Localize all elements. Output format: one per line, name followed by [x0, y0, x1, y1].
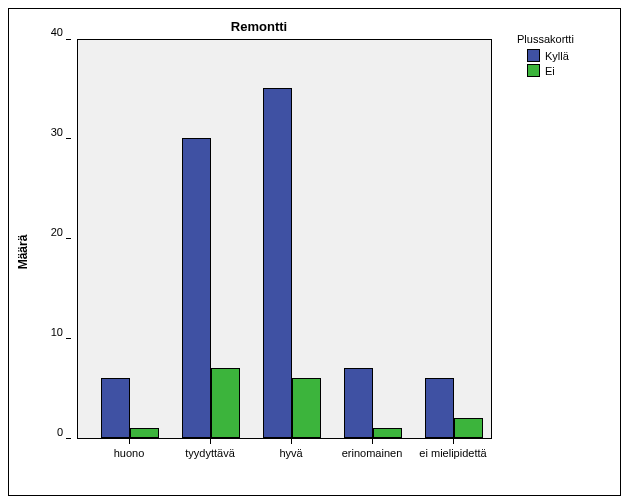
bars-layer [78, 40, 491, 438]
legend-title: Plussakortti [517, 33, 574, 45]
bar-kylla-tyydyttava [182, 138, 211, 438]
legend-swatch-icon [527, 49, 540, 62]
bar-ei-hyva [292, 378, 321, 438]
legend: Plussakortti Kyllä Ei [517, 33, 574, 79]
bar-ei-eimielipidetta [454, 418, 483, 438]
y-tick-label: 30 [51, 126, 63, 138]
y-tick-label: 40 [51, 26, 63, 38]
bar-kylla-erinomainen [344, 368, 373, 438]
x-tick-label: ei mielipidettä [419, 447, 486, 459]
y-axis: 0 10 20 30 40 [9, 39, 71, 439]
bar-ei-tyydyttava [211, 368, 240, 438]
chart-container: Remontti Määrä 0 10 20 30 40 [8, 8, 621, 496]
y-tick-label: 10 [51, 326, 63, 338]
x-tick-label: hyvä [279, 447, 302, 459]
bar-kylla-hyva [263, 88, 292, 438]
x-tick-label: huono [114, 447, 145, 459]
plot-area [77, 39, 492, 439]
chart-title: Remontti [9, 19, 509, 34]
x-axis: huono tyydyttävä hyvä erinomainen ei mie… [77, 439, 492, 479]
legend-item-kylla: Kyllä [527, 49, 574, 62]
x-tick-label: erinomainen [342, 447, 403, 459]
bar-kylla-eimielipidetta [425, 378, 454, 438]
y-tick-label: 0 [57, 426, 63, 438]
legend-label: Kyllä [545, 50, 569, 62]
y-tick-label: 20 [51, 226, 63, 238]
bar-ei-huono [130, 428, 159, 438]
bar-ei-erinomainen [373, 428, 402, 438]
legend-label: Ei [545, 65, 555, 77]
legend-item-ei: Ei [527, 64, 574, 77]
x-tick-label: tyydyttävä [185, 447, 235, 459]
legend-swatch-icon [527, 64, 540, 77]
bar-kylla-huono [101, 378, 130, 438]
